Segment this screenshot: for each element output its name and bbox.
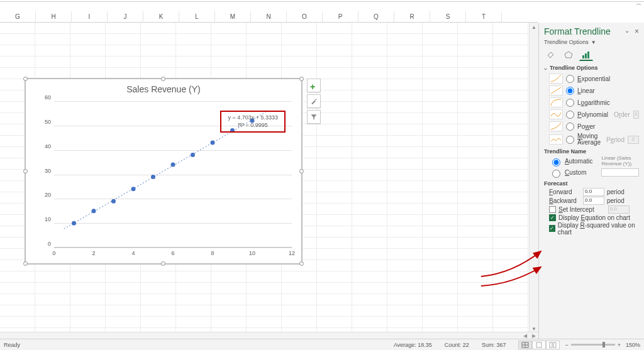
- svg-point-8: [211, 141, 215, 145]
- zoom-out-button[interactable]: −: [565, 342, 568, 348]
- ribbon-collapse-chevron[interactable]: ︿: [636, 0, 641, 7]
- col-head[interactable]: Q: [358, 11, 394, 22]
- col-head[interactable]: K: [143, 11, 179, 22]
- logarithmic-radio[interactable]: [566, 99, 574, 107]
- col-head[interactable]: S: [430, 11, 466, 22]
- effects-page[interactable]: [562, 48, 575, 61]
- page-break-button[interactable]: [546, 341, 560, 349]
- resize-handle[interactable]: [23, 169, 28, 173]
- col-head[interactable]: N: [251, 11, 287, 22]
- mavg-preview-icon: [549, 134, 563, 145]
- col-head[interactable]: I: [72, 11, 108, 22]
- set-intercept-checkbox[interactable]: [549, 206, 556, 213]
- trendline-equation-box[interactable]: y = 4.703x + 5.3333 R² = 0.9995: [220, 111, 286, 133]
- svg-rect-13: [585, 53, 587, 58]
- grid-icon: [521, 342, 529, 348]
- custom-name-label: Custom: [565, 169, 586, 176]
- chart-styles-button[interactable]: [307, 94, 321, 108]
- exponential-radio[interactable]: [566, 75, 574, 83]
- logarithmic-preview-icon: [549, 97, 563, 107]
- power-radio[interactable]: [566, 123, 574, 131]
- chart-object[interactable]: Sales Revenue (Y) 0102030405060 02468101…: [25, 79, 302, 264]
- vertical-scrollbar[interactable]: ▲ ▼: [529, 23, 538, 334]
- custom-name-input[interactable]: [601, 168, 639, 177]
- chart-elements-button[interactable]: +: [307, 79, 321, 92]
- scroll-right-arrow[interactable]: ▶: [530, 332, 538, 339]
- zoom-slider[interactable]: − +: [565, 342, 621, 348]
- dropdown-icon[interactable]: ▼: [591, 40, 596, 45]
- panel-close-icon[interactable]: ×: [635, 27, 639, 36]
- status-average: Average: 18.35: [394, 342, 432, 348]
- resize-handle[interactable]: [299, 77, 304, 81]
- chart-plot-area[interactable]: 0102030405060 024681012 y = 4.703x + 5.3…: [54, 101, 292, 248]
- forward-label: Forward: [549, 189, 580, 195]
- status-ready: Ready: [4, 342, 20, 348]
- svg-rect-14: [587, 52, 589, 58]
- polynomial-radio[interactable]: [566, 111, 574, 119]
- brush-icon: [310, 97, 318, 105]
- panel-dropdown-icon[interactable]: ⌄: [625, 27, 630, 36]
- period-unit: period: [607, 197, 625, 204]
- display-r2-checkbox[interactable]: [549, 225, 555, 232]
- display-equation-checkbox[interactable]: [549, 214, 556, 221]
- zoom-level[interactable]: 150%: [626, 342, 640, 348]
- chart-title[interactable]: Sales Revenue (Y): [26, 79, 301, 96]
- forward-input[interactable]: 0.0: [583, 188, 604, 196]
- moving-avg-label: MovingAverage: [577, 133, 601, 146]
- svg-rect-21: [553, 342, 556, 347]
- scroll-left-arrow[interactable]: ◀: [521, 332, 530, 339]
- horizontal-scrollbar[interactable]: ◀ ▶: [0, 332, 538, 339]
- trendline-options-page[interactable]: [579, 48, 593, 61]
- status-bar: Ready Average: 18.35 Count: 22 Sum: 367 …: [0, 339, 644, 350]
- col-head[interactable]: H: [36, 11, 72, 22]
- col-head[interactable]: J: [108, 11, 143, 22]
- col-head[interactable]: R: [394, 11, 430, 22]
- svg-line-15: [551, 87, 561, 94]
- scroll-up-arrow[interactable]: ▲: [530, 23, 538, 32]
- polynomial-label: Polynomial: [577, 111, 608, 118]
- resize-handle[interactable]: [23, 77, 28, 81]
- resize-handle[interactable]: [299, 169, 304, 173]
- fill-line-page[interactable]: [544, 48, 558, 61]
- col-head[interactable]: M: [215, 11, 251, 22]
- set-intercept-label: Set Intercept: [558, 206, 594, 213]
- col-head[interactable]: O: [287, 11, 323, 22]
- polynomial-preview-icon: [549, 109, 563, 119]
- page-layout-button[interactable]: [532, 341, 546, 349]
- auto-name-label: Automatic: [565, 158, 592, 165]
- bar-chart-icon: [581, 50, 591, 59]
- resize-handle[interactable]: [161, 77, 165, 81]
- col-head[interactable]: P: [323, 11, 358, 22]
- normal-view-button[interactable]: [518, 341, 532, 349]
- exponential-preview-icon: [549, 74, 563, 84]
- col-head[interactable]: L: [179, 11, 215, 22]
- chart-filters-button[interactable]: [307, 110, 321, 124]
- resize-handle[interactable]: [161, 261, 165, 266]
- svg-point-3: [111, 199, 116, 204]
- col-head[interactable]: T: [466, 11, 502, 22]
- custom-name-radio[interactable]: [552, 170, 560, 178]
- period-label: Period: [606, 136, 625, 143]
- svg-point-1: [72, 221, 76, 226]
- svg-point-2: [92, 209, 96, 213]
- logarithmic-label: Logarithmic: [577, 99, 610, 106]
- resize-handle[interactable]: [299, 261, 304, 266]
- col-head[interactable]: G: [0, 11, 36, 22]
- panel-subtitle[interactable]: Trendline Options: [544, 39, 589, 45]
- resize-handle[interactable]: [23, 261, 28, 266]
- linear-radio[interactable]: [566, 87, 574, 95]
- auto-name-radio[interactable]: [552, 158, 560, 167]
- moving-avg-radio[interactable]: [566, 136, 574, 144]
- svg-marker-11: [565, 52, 572, 58]
- zoom-thumb[interactable]: [602, 342, 605, 347]
- linear-label: Linear: [577, 87, 595, 94]
- backward-input[interactable]: 0.0: [583, 197, 604, 205]
- format-trendline-panel: Format Trendline ⌄ × Trendline Options ▼…: [538, 23, 644, 350]
- power-label: Power: [577, 123, 595, 130]
- trendline-options-section[interactable]: Trendline Options: [544, 65, 639, 71]
- svg-point-7: [191, 153, 195, 157]
- zoom-in-button[interactable]: +: [618, 342, 621, 348]
- pentagon-icon: [564, 50, 574, 59]
- page-icon: [535, 342, 543, 348]
- display-equation-label: Display Equation on chart: [558, 214, 630, 221]
